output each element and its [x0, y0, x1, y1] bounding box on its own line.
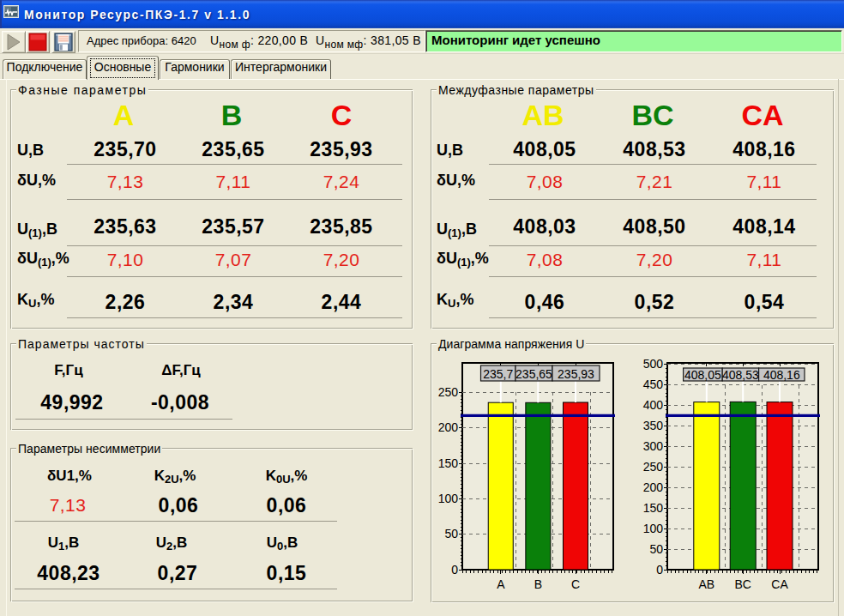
svg-text:100: 100	[438, 492, 459, 505]
svg-text:C: C	[571, 577, 580, 591]
svg-text:200: 200	[438, 420, 459, 434]
svg-text:250: 250	[643, 460, 664, 474]
svg-text:0: 0	[451, 563, 458, 577]
svg-text:235,65: 235,65	[515, 367, 552, 381]
svg-text:200: 200	[643, 480, 664, 494]
svg-text:408,05: 408,05	[684, 368, 721, 382]
svg-text:250: 250	[438, 385, 459, 399]
svg-text:300: 300	[643, 439, 664, 453]
svg-text:0: 0	[656, 563, 663, 577]
svg-text:450: 450	[643, 377, 664, 391]
svg-text:B: B	[534, 577, 542, 591]
svg-text:408,53: 408,53	[722, 368, 759, 382]
svg-text:50: 50	[649, 542, 663, 556]
svg-text:AB: AB	[698, 577, 714, 591]
svg-text:350: 350	[643, 419, 664, 432]
svg-text:A: A	[497, 577, 505, 591]
svg-text:100: 100	[643, 522, 664, 535]
svg-text:408,16: 408,16	[763, 368, 800, 382]
svg-text:400: 400	[643, 398, 664, 412]
svg-text:CA: CA	[771, 577, 788, 591]
svg-text:50: 50	[444, 527, 458, 541]
svg-text:150: 150	[643, 501, 664, 515]
svg-text:235,7: 235,7	[483, 367, 513, 381]
svg-text:500: 500	[643, 357, 664, 371]
svg-text:150: 150	[438, 456, 459, 470]
svg-text:235,93: 235,93	[558, 367, 594, 381]
svg-text:BC: BC	[734, 577, 751, 591]
